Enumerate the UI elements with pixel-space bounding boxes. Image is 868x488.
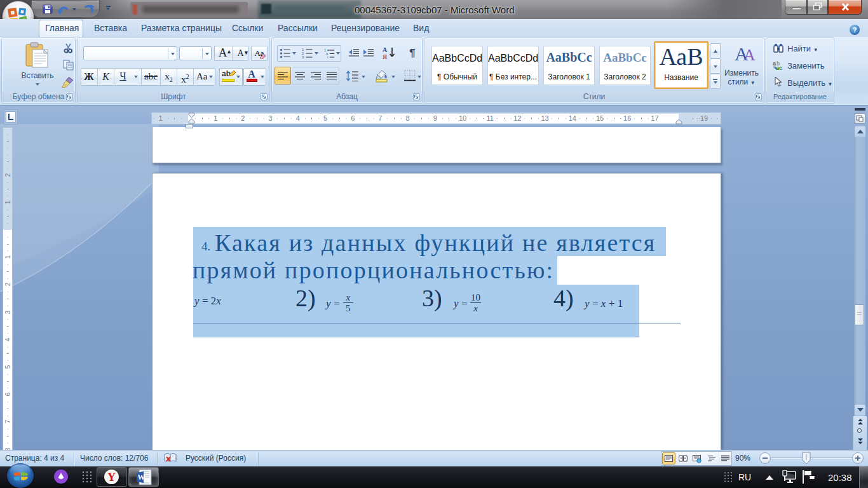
svg-text:3: 3: [302, 55, 304, 58]
svg-text:ac: ac: [776, 65, 782, 71]
svg-text:Я: Я: [383, 53, 388, 60]
svg-text:А: А: [383, 46, 388, 53]
svg-text:i: i: [327, 55, 328, 58]
svg-text:A: A: [743, 46, 756, 64]
svg-text:W: W: [137, 473, 145, 482]
